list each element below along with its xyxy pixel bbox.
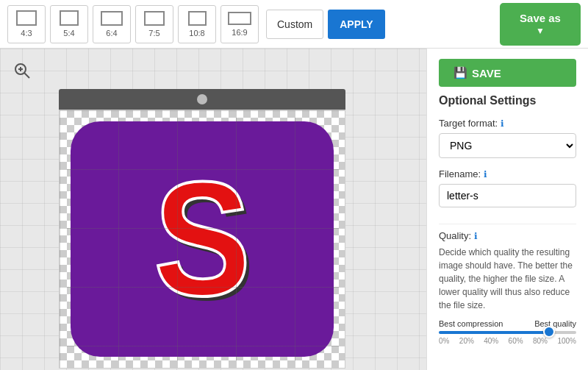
svg-line-1	[24, 73, 29, 78]
filename-input[interactable]	[439, 184, 576, 207]
filename-label: Filename: ℹ	[439, 168, 576, 179]
save-floppy-icon: 💾	[453, 66, 467, 79]
aspect-ratio-7-5-label: 7:5	[148, 29, 159, 38]
toolbar: 4:35:46:47:510:816:9 Custom APPLY Save a…	[0, 0, 588, 49]
letter-s-display: S	[154, 158, 251, 320]
quality-label: Quality: ℹ	[439, 230, 576, 241]
aspect-ratio-5-4-label: 5:4	[63, 29, 74, 38]
canvas-area: S	[0, 49, 426, 370]
aspect-ratio-10-8-label: 10:8	[189, 29, 204, 38]
best-quality-label: Best quality	[534, 319, 576, 328]
aspect-ratio-6-4-label: 6:4	[106, 29, 117, 38]
quality-tick: 80%	[533, 337, 548, 345]
quality-slider-container	[439, 331, 576, 334]
quality-tick: 40%	[484, 337, 498, 345]
drag-handle[interactable]	[197, 94, 207, 104]
quality-description: Decide which quality the resulting image…	[439, 246, 576, 312]
aspect-ratio-10-8-button[interactable]: 10:8	[178, 5, 216, 43]
divider	[439, 224, 576, 224]
image-container: S	[59, 89, 345, 369]
aspect-ratio-16-9-icon	[228, 12, 251, 25]
aspect-ratio-16-9-button[interactable]: 16:9	[220, 5, 259, 43]
quality-thumb[interactable]	[543, 326, 555, 338]
save-button[interactable]: 💾 SAVE	[439, 59, 576, 87]
image-top-bar	[59, 89, 345, 110]
format-label: Target format: ℹ	[439, 118, 576, 129]
quality-info-icon[interactable]: ℹ	[474, 231, 478, 241]
aspect-ratio-10-8-icon	[188, 11, 207, 26]
filename-info-icon[interactable]: ℹ	[484, 169, 487, 179]
panel-content: Optional Settings Target format: ℹ PNGJP…	[427, 94, 588, 357]
aspect-ratio-4-3-button[interactable]: 4:3	[7, 5, 46, 43]
quality-tick: 100%	[557, 337, 576, 345]
zoom-icon[interactable]	[13, 62, 31, 83]
aspect-ratio-6-4-button[interactable]: 6:4	[93, 5, 131, 43]
aspect-ratio-6-4-icon	[101, 11, 123, 26]
quality-ticks: 0%20%40%60%80%100%	[439, 337, 576, 345]
optional-settings-title: Optional Settings	[439, 94, 576, 107]
aspect-ratio-5-4-icon	[60, 10, 79, 26]
right-panel: 💾 SAVE Optional Settings Target format: …	[426, 49, 588, 370]
aspect-ratio-4-3-icon	[16, 10, 37, 26]
save-as-button[interactable]: Save as ▼	[500, 3, 581, 46]
best-compression-label: Best compression	[439, 319, 503, 328]
custom-button[interactable]: Custom	[266, 10, 323, 39]
quality-tick: 0%	[439, 337, 449, 345]
format-select[interactable]: PNGJPGWEBPGIF	[439, 133, 576, 158]
main-area: S 💾 SAVE Optional Settings Target format…	[0, 49, 588, 370]
save-label: SAVE	[472, 67, 501, 79]
save-as-label: Save as	[520, 12, 561, 24]
aspect-ratio-4-3-label: 4:3	[21, 29, 32, 38]
format-info-icon[interactable]: ℹ	[501, 118, 504, 129]
quality-track	[439, 331, 576, 334]
image-content: S	[59, 110, 345, 369]
quality-tick: 20%	[459, 337, 474, 345]
apply-button[interactable]: APPLY	[328, 10, 384, 39]
aspect-ratio-7-5-button[interactable]: 7:5	[135, 5, 173, 43]
aspect-ratio-5-4-button[interactable]: 5:4	[50, 5, 88, 43]
quality-tick: 60%	[509, 337, 523, 345]
aspect-ratio-7-5-icon	[144, 11, 165, 26]
chevron-down-icon: ▼	[536, 26, 545, 36]
quality-labels: Best compression Best quality	[439, 319, 576, 328]
logo-container: S	[71, 121, 334, 357]
aspect-ratio-16-9-label: 16:9	[232, 28, 247, 37]
